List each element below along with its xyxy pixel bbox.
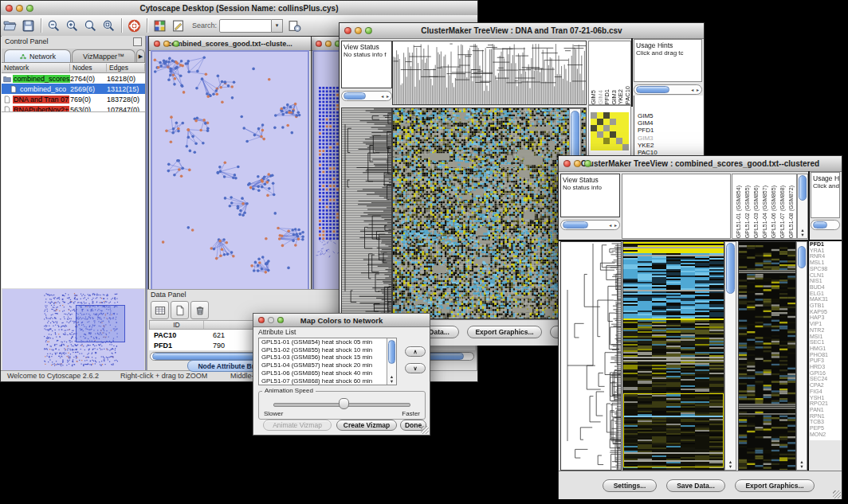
network-row-selected[interactable]: combined_sco 2569(6) 13112(15) [2,84,145,94]
scrollbar-thumb[interactable] [563,221,588,229]
column-dendrogram[interactable] [393,41,586,104]
slider-thumb[interactable] [339,398,349,409]
search-dropdown-arrow-icon[interactable]: ▾ [272,19,283,33]
gene-label[interactable]: GPI16 [810,370,842,377]
column-header-network[interactable]: Network [2,64,70,72]
attribute-select-button[interactable] [151,301,169,319]
minimize-button[interactable] [163,41,170,47]
gene-label[interactable]: HRD3 [810,364,842,370]
birdseye-view[interactable] [2,289,144,370]
gene-label[interactable]: YSH1 [810,395,842,401]
scrollbar-arrows-icon[interactable]: ▲▼ [387,374,396,384]
close-button[interactable] [6,5,13,12]
scrollbar-thumb[interactable] [388,340,395,364]
scrollbar-thumb[interactable] [798,246,806,268]
minimize-button[interactable] [355,27,362,34]
gene-label[interactable]: ELG1 [810,291,842,297]
zoom-in-icon[interactable] [65,19,79,33]
scrollbar-thumb[interactable] [799,175,807,201]
usage-hints-scrollbar[interactable]: ◂ ▸ [634,84,702,95]
main-titlebar[interactable]: Cytoscape Desktop (Session Name: collins… [1,1,477,16]
correlation-mini-heatmap[interactable] [591,112,629,150]
scrollbar-arrows-icon[interactable]: ◂ ▸ [609,222,619,228]
scrollbar-thumb[interactable] [726,243,735,294]
attribute-list-vscrollbar[interactable]: ▲▼ [387,338,396,385]
zoom-button[interactable] [365,27,372,34]
document-settings-icon[interactable] [288,19,301,33]
minimize-button[interactable] [16,5,23,12]
gene-label[interactable]: BUD4 [810,284,842,291]
attribute-item[interactable]: GPL51-01 (GSM854) heat shock 05 min [259,338,396,346]
export-graphics-button[interactable]: Export Graphics... [467,326,542,338]
move-up-button[interactable]: ∧ [405,346,426,357]
zoom-button[interactable] [26,5,33,12]
selected-cluster-heatmap[interactable] [739,242,795,470]
attribute-item[interactable]: GPL51-04 (GSM857) heat shock 20 min [259,361,396,369]
settings-button[interactable]: Settings... [603,479,657,492]
attribute-item[interactable]: GPL51-06 (GSM865) heat shock 40 min [259,369,396,377]
gene-label[interactable]: NTR2 [810,327,842,334]
close-button[interactable] [563,160,571,167]
close-button[interactable] [258,317,265,323]
gene-label[interactable]: RNR4 [810,253,842,260]
gene-label[interactable]: CLN1 [810,272,842,279]
attribute-item[interactable]: GPL51-07 (GSM868) heat shock 60 min [259,377,396,385]
network-row[interactable]: DNA and Tran 07 769(0) 183728(0) [2,94,145,104]
gene-label[interactable]: GIM4 [638,119,658,127]
minimize-button[interactable] [574,160,581,167]
heatmap-vscrollbar[interactable]: ▲▼ [724,241,736,471]
zoom-out-icon[interactable] [47,19,61,33]
animate-vizmap-button[interactable]: Animate Vizmap [263,420,332,431]
gene-label[interactable]: PHO81 [810,352,842,358]
gene-label[interactable]: TCB3 [810,419,842,425]
open-file-icon[interactable] [3,19,17,33]
gene-label[interactable]: SPC98 [810,266,842,272]
column-header-edges[interactable]: Edges [107,64,145,72]
scrollbar-arrows-icon[interactable]: ◂ ▸ [381,93,391,99]
gene-label[interactable]: FIG4 [810,389,842,395]
gene-label[interactable]: CPA2 [810,382,842,389]
zoom-fit-icon[interactable] [102,19,116,33]
create-vizmap-button[interactable]: Create Vizmap [336,420,397,431]
gene-label[interactable]: RPN1 [810,413,842,420]
gene-label[interactable]: HMG1 [810,346,842,352]
treeview-titlebar[interactable]: ClusterMaker TreeView : DNA and Tran 07-… [340,23,704,39]
scrollbar-arrows-icon[interactable]: ▲▼ [797,459,807,469]
scrollbar-thumb[interactable] [813,221,827,229]
search-input[interactable] [219,19,272,33]
scrollbar-thumb[interactable] [636,86,669,93]
column-header-nodes[interactable]: Nodes [70,64,107,72]
save-icon[interactable] [22,19,35,33]
minimize-button[interactable] [325,41,332,47]
gene-label[interactable]: GTB1 [810,303,842,309]
close-button[interactable] [344,27,351,34]
gene-label[interactable]: GIM5 [638,112,658,119]
float-panel-icon[interactable] [133,37,142,46]
usage-hints-scrollbar[interactable] [811,220,840,230]
gene-label[interactable]: YRA1 [810,248,842,254]
network-graph-view[interactable] [152,52,308,290]
gene-label[interactable]: MON2 [810,432,842,438]
zoom-selected-icon[interactable] [84,19,97,33]
zoom-button[interactable] [584,160,591,167]
gene-label[interactable]: PFD1 [638,127,658,134]
dialog-titlebar[interactable]: Map Colors to Network [253,314,430,327]
scrollbar-thumb[interactable] [344,92,366,100]
gene-label[interactable]: KAP95 [810,309,842,315]
gene-label[interactable]: MAK31 [810,296,842,303]
resize-handle[interactable] [421,426,429,434]
help-lifering-icon[interactable] [128,19,141,33]
gene-label[interactable]: PFD1 [810,241,842,248]
zoom-button[interactable] [277,317,284,323]
gene-label[interactable]: GIM3 [638,135,658,142]
gene-label[interactable]: YKE2 [638,142,658,149]
expression-heatmap[interactable] [393,108,586,318]
gene-label[interactable]: HAP3 [810,315,842,321]
scrollbar-arrows-icon[interactable]: ▲▼ [725,459,736,469]
save-data-button[interactable]: Save Data... [666,479,725,492]
annotation-icon[interactable] [171,19,185,33]
gene-label[interactable]: RPO21 [810,400,842,407]
gene-label[interactable]: MSL1 [810,260,842,266]
gene-label[interactable]: PEP5 [810,425,842,432]
gene-label[interactable]: NIS1 [810,278,842,284]
